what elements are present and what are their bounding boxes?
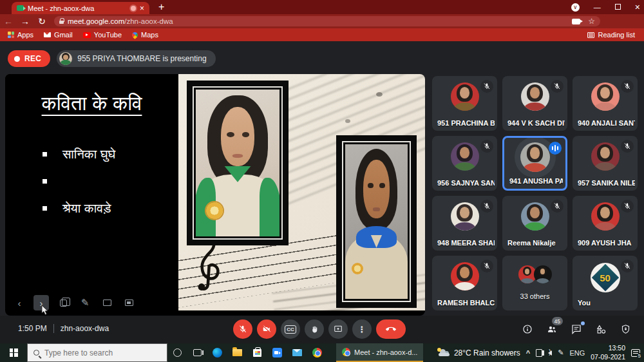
taskbar-search[interactable] [27, 343, 167, 362]
host-controls-button[interactable] [618, 322, 632, 336]
participant-tile[interactable]: 944 V K SACH DIV... [502, 76, 567, 131]
more-options-button[interactable]: ⋮ [352, 319, 372, 339]
participant-avatar [451, 262, 479, 291]
cortana-button[interactable] [167, 343, 187, 362]
camera-off-button[interactable] [257, 319, 276, 339]
mic-off-icon [480, 200, 493, 213]
prev-slide-button[interactable]: ‹ [12, 295, 27, 310]
slideshow-controls: ‹ › ✎ [12, 295, 137, 310]
language-indicator[interactable]: ENG [569, 349, 585, 357]
store-icon[interactable] [247, 343, 267, 362]
participant-tile[interactable]: 909 AYUSH JHA [573, 196, 638, 251]
you-avatar-badge: 50 [600, 272, 611, 283]
forward-button[interactable]: → [17, 17, 33, 26]
display-icon[interactable] [121, 295, 137, 310]
tab-close-icon[interactable]: × [140, 5, 144, 12]
activities-button[interactable] [594, 322, 608, 336]
profile-toggle-icon[interactable]: ∨ [571, 3, 580, 12]
participant-name: 33 others [502, 292, 567, 300]
mic-off-icon [621, 140, 634, 153]
search-input[interactable] [44, 348, 154, 357]
captions-button[interactable]: CC [281, 319, 300, 339]
pen-icon[interactable]: ✎ [558, 348, 564, 357]
edge-icon[interactable] [207, 343, 227, 362]
mic-off-icon [551, 200, 564, 213]
pen-tool-icon[interactable]: ✎ [77, 295, 93, 310]
leave-call-button[interactable] [376, 319, 406, 339]
meeting-details-button[interactable] [520, 322, 535, 336]
chrome-icon[interactable] [307, 343, 327, 362]
participant-tile[interactable]: Reema Nikalje [502, 196, 567, 251]
participant-name: 941 ANUSHA PATIL [509, 177, 563, 185]
participant-avatar [521, 82, 549, 111]
minimize-button[interactable]: — [594, 4, 601, 11]
clock-text: 1:50 PM [18, 324, 47, 333]
mic-off-icon [480, 260, 493, 272]
bookmark-star-icon[interactable]: ☆ [588, 17, 595, 25]
participant-tile[interactable]: 940 ANJALI SANT... [573, 76, 638, 131]
recording-dot-icon [14, 56, 20, 62]
browser-tab[interactable]: Meet - zhn-aoox-dwa × [12, 2, 149, 14]
participants-panel-button[interactable]: 45 [545, 322, 559, 336]
participant-count-badge: 45 [552, 317, 563, 325]
present-window-icon[interactable] [99, 295, 115, 310]
recording-badge: REC [8, 50, 50, 67]
back-button[interactable]: ← [0, 17, 17, 26]
start-button[interactable] [0, 343, 27, 362]
meet-favicon-icon [17, 5, 24, 11]
active-window-button[interactable]: Meet - zhn-aoox-d... [336, 343, 423, 362]
address-bar[interactable]: meet.google.com/zhn-aoox-dwa ☆ [54, 16, 600, 26]
screen: Meet - zhn-aoox-dwa × + ∨ — × ← → ↻ meet… [0, 0, 644, 362]
weather-widget[interactable]: 28°C Rain showers [439, 348, 520, 357]
slide-pages-icon[interactable] [55, 295, 71, 310]
taskbar-clock[interactable]: 13:50 07-09-2021 [591, 344, 625, 361]
participant-tile[interactable]: 956 SAJNYA SANJ... [432, 136, 497, 191]
volume-icon[interactable] [548, 350, 552, 356]
search-icon [33, 350, 39, 356]
mic-mute-button[interactable] [233, 319, 252, 339]
bookmark-youtube[interactable]: YouTube [83, 31, 122, 39]
mail-icon[interactable] [287, 343, 307, 362]
maximize-button[interactable] [615, 4, 621, 10]
participant-tile[interactable]: 33 others [502, 256, 567, 310]
mic-off-icon [621, 200, 634, 213]
mic-off-icon [621, 80, 634, 93]
meeting-code: zhn-aoox-dwa [61, 324, 109, 333]
reload-button[interactable]: ↻ [33, 17, 50, 26]
participant-tile[interactable]: 50 You [573, 256, 638, 310]
participant-tile[interactable]: 941 ANUSHA PATIL [502, 136, 567, 191]
presenter-avatar [59, 52, 72, 65]
participant-name: 944 V K SACH DIV... [507, 119, 565, 127]
action-center-icon[interactable]: 5 [631, 349, 640, 357]
participant-tile[interactable]: 957 SANIKA NILES... [573, 136, 638, 191]
video-app-icon[interactable] [267, 343, 287, 362]
chat-button[interactable] [569, 322, 583, 336]
raise-hand-button[interactable] [305, 319, 324, 339]
presentation-stage: कविता के कवि सानिका घुघे श्रेया कावड़े [5, 74, 425, 316]
lock-icon [59, 21, 64, 24]
chrome-window-icon [342, 348, 350, 356]
slide-text-panel: कविता के कवि सानिका घुघे श्रेया कावड़े [5, 74, 178, 310]
mic-off-icon [621, 260, 634, 272]
new-tab-button[interactable]: + [158, 1, 164, 13]
meet-bottom-bar: 1:50 PM zhn-aoox-dwa CC ⋮ [0, 316, 644, 343]
notification-badge: 5 [637, 353, 642, 359]
youtube-icon [83, 32, 91, 38]
bookmark-maps[interactable]: Maps [132, 31, 158, 39]
tray-expand-chevron[interactable]: ^ [526, 349, 530, 357]
bookmark-apps[interactable]: Apps [8, 31, 33, 39]
participant-tile[interactable]: 951 PRACHINA BH... [432, 76, 497, 131]
presenter-video-2 [336, 135, 417, 308]
participant-tile[interactable]: RAMESH BHALCH... [432, 256, 497, 310]
file-explorer-icon[interactable] [227, 343, 247, 362]
participant-tile[interactable]: 948 MEERA SHAIL... [432, 196, 497, 251]
present-screen-button[interactable] [328, 319, 348, 339]
participant-avatar [451, 142, 479, 171]
camera-permission-icon[interactable] [572, 19, 580, 24]
next-slide-button[interactable]: › [33, 295, 49, 310]
bullet-icon [43, 179, 47, 184]
close-button[interactable]: × [635, 3, 640, 12]
bookmark-gmail[interactable]: Gmail [44, 31, 73, 39]
task-view-button[interactable] [187, 343, 207, 362]
reading-list-button[interactable]: Reading list [587, 28, 635, 41]
